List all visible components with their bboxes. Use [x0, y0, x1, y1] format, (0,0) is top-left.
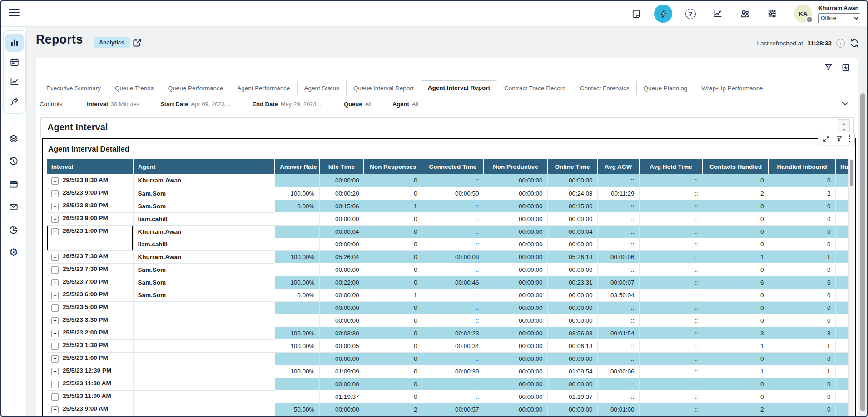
control-agent[interactable]: AgentAll — [392, 101, 418, 108]
agent-cell[interactable]: Khurram.Awan — [133, 174, 275, 187]
column-header-non-productive[interactable]: Non Productive — [484, 159, 547, 174]
help-icon[interactable]: ? — [681, 5, 699, 23]
column-header-avg-acw[interactable]: Avg ACW — [597, 159, 639, 174]
sidebar-item-design[interactable] — [5, 92, 24, 110]
agent-cell[interactable]: Sam.Som — [133, 200, 275, 212]
sidebar-item-reports[interactable] — [5, 34, 24, 52]
interval-cell[interactable]: +25/5/23 2:00 PM — [47, 327, 133, 339]
tab-agent-status[interactable]: Agent Status — [297, 81, 346, 95]
agent-cell[interactable]: Sam.Som — [133, 276, 275, 289]
column-header-connected-time[interactable]: Connected Time — [422, 159, 484, 174]
interval-cell[interactable]: −26/5/23 9:00 PM — [47, 212, 133, 225]
sidebar-item-settings[interactable]: ⚙ — [5, 243, 23, 261]
expand-row-icon[interactable]: + — [51, 343, 59, 350]
expand-row-icon[interactable]: + — [51, 406, 59, 413]
agent-cell[interactable] — [133, 301, 275, 314]
interval-cell[interactable]: +25/5/23 11:30 AM — [47, 378, 133, 390]
tab-queue-performance[interactable]: Queue Performance — [161, 81, 230, 95]
column-header-contacts-handled[interactable]: Contacts Handled — [703, 159, 769, 174]
interval-cell[interactable]: −26/5/23 1:00 PM — [47, 225, 133, 238]
agent-cell[interactable]: Sam.Som — [133, 187, 275, 200]
control-end-date[interactable]: End DateMay 29, 2023 ... — [252, 101, 323, 108]
collapse-row-icon[interactable]: − — [51, 177, 59, 185]
team-icon[interactable] — [736, 5, 754, 23]
interval-cell[interactable]: −28/5/23 8:30 PM — [47, 200, 133, 212]
interval-cell[interactable]: +25/5/23 12:30 PM — [47, 365, 133, 378]
expand-row-icon[interactable]: + — [51, 355, 59, 363]
tab-agent-performance[interactable]: Agent Performance — [230, 81, 297, 95]
expand-row-icon[interactable]: + — [51, 381, 59, 388]
avatar[interactable]: KA — [794, 5, 812, 23]
sidebar-item-schedule[interactable] — [5, 53, 24, 71]
sidebar-item-analytics[interactable] — [5, 221, 23, 239]
collapse-row-icon[interactable]: − — [51, 266, 59, 274]
collapse-row-icon[interactable]: − — [51, 203, 59, 210]
column-header-handled-inbound[interactable]: Handled Inbound — [769, 159, 835, 174]
interval-cell[interactable]: −28/5/23 9:00 PM — [47, 187, 133, 200]
agent-cell[interactable]: Khurram.Awan — [133, 225, 275, 238]
sidebar-item-layers[interactable] — [5, 130, 23, 148]
interval-cell[interactable]: +25/5/23 1:30 PM — [47, 339, 133, 352]
agent-cell[interactable]: liam.cahill — [133, 212, 275, 225]
interval-cell[interactable]: −26/5/23 7:30 AM — [47, 250, 133, 263]
notes-icon[interactable] — [627, 5, 645, 23]
collapse-row-icon[interactable]: − — [51, 228, 59, 235]
table-scrollbar[interactable] — [848, 159, 854, 417]
expand-row-icon[interactable]: + — [51, 368, 59, 375]
external-link-icon[interactable] — [132, 37, 143, 48]
column-header-handled-outbound[interactable]: Handled Outbound — [835, 159, 848, 174]
control-start-date[interactable]: Start DateApr 09, 2023 ... — [160, 101, 231, 108]
column-header-non-responses[interactable]: Non Responses — [364, 159, 422, 174]
agent-cell[interactable]: Sam.Som — [133, 289, 275, 301]
agent-cell[interactable] — [133, 403, 275, 416]
agent-cell[interactable] — [133, 390, 275, 403]
agent-cell[interactable]: Khurram.Awan — [133, 250, 275, 263]
agent-cell[interactable]: Sam.Som — [133, 263, 275, 276]
sidebar-item-trends[interactable] — [5, 73, 24, 91]
tab-queue-planning[interactable]: Queue Planning — [636, 81, 694, 95]
agent-cell[interactable] — [133, 365, 275, 378]
sidebar-item-inbox[interactable] — [5, 198, 23, 216]
page-scrollbar-thumb[interactable] — [860, 93, 865, 411]
column-header-agent[interactable]: Agent — [133, 159, 275, 174]
info-icon[interactable]: i — [836, 39, 845, 48]
controls-collapse-chevron-icon[interactable] — [840, 98, 850, 108]
agent-cell[interactable] — [133, 352, 275, 365]
column-header-interval[interactable]: Interval — [47, 159, 133, 174]
column-header-idle-time[interactable]: Idle Time — [319, 159, 364, 174]
expand-row-icon[interactable]: + — [51, 317, 59, 324]
tab-queue-trends[interactable]: Queue Trends — [108, 81, 161, 95]
control-interval[interactable]: Interval30 Minutes — [87, 101, 139, 108]
expand-icon[interactable] — [823, 135, 830, 142]
tab-contract-trace-record[interactable]: Contract Trace Record — [497, 81, 573, 95]
tab-queue-interval-report[interactable]: Queue Interval Report — [346, 81, 421, 95]
interval-cell[interactable]: +25/5/23 5:00 PM — [47, 301, 133, 314]
table-scrollbar-thumb[interactable] — [850, 160, 853, 186]
status-select[interactable]: Offline — [818, 13, 860, 23]
widget-filter-icon[interactable] — [836, 135, 843, 142]
hamburger-menu-icon[interactable] — [9, 9, 20, 17]
agent-cell[interactable] — [133, 314, 275, 327]
interval-cell[interactable]: +25/5/23 9:00 AM — [47, 403, 133, 416]
metrics-icon[interactable] — [709, 5, 727, 23]
column-header-answer-rate[interactable]: Answer Rate — [275, 159, 319, 174]
collapse-row-icon[interactable]: − — [51, 216, 59, 223]
download-icon[interactable] — [841, 63, 851, 73]
tab-wrap-up-performance[interactable]: Wrap-Up Performance — [694, 81, 769, 95]
expand-row-icon[interactable]: + — [51, 330, 59, 337]
tab-executive-summary[interactable]: Executive Summary — [40, 81, 108, 95]
interval-cell[interactable]: −25/5/23 7:00 PM — [47, 276, 133, 289]
control-queue[interactable]: QueueAll — [344, 101, 372, 108]
collapse-row-icon[interactable]: − — [51, 190, 59, 197]
filter-icon[interactable] — [824, 63, 834, 73]
interval-cell[interactable]: −25/5/23 6:00 PM — [47, 289, 133, 301]
column-header-avg-hold-time[interactable]: Avg Hold Time — [639, 159, 703, 174]
interval-cell[interactable]: +25/5/23 11:00 AM — [47, 390, 133, 403]
interval-cell[interactable]: +25/5/23 1:00 PM — [47, 352, 133, 365]
collapse-row-icon[interactable]: − — [51, 279, 59, 286]
interval-cell[interactable]: −25/5/23 7:30 PM — [47, 263, 133, 276]
agent-cell[interactable] — [133, 327, 275, 339]
column-header-online-time[interactable]: Online Time — [547, 159, 597, 174]
kebab-menu-icon[interactable] — [849, 135, 850, 142]
expand-row-icon[interactable]: + — [51, 304, 59, 312]
